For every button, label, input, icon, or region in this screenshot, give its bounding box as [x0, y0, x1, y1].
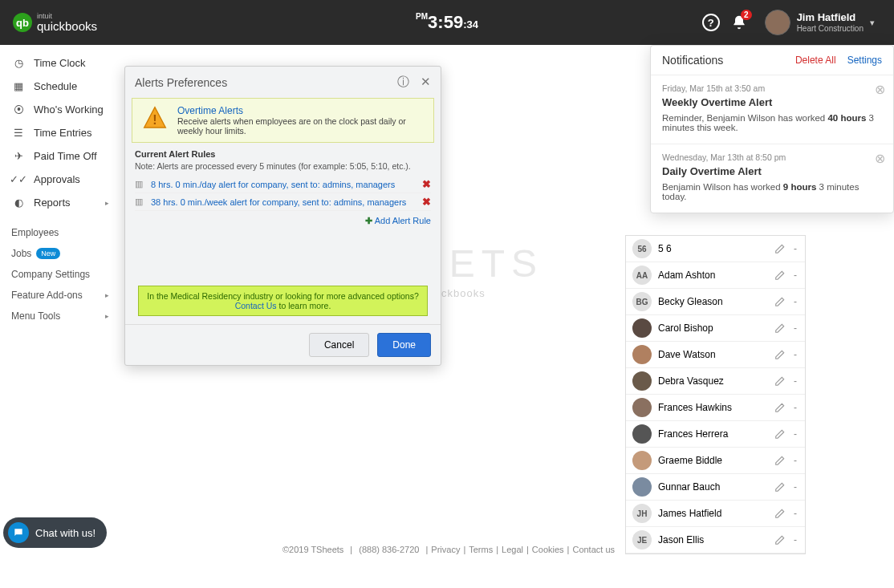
- employee-avatar-initials: BG: [632, 292, 652, 311]
- notifications-panel: Notifications Delete All Settings ⊗Frida…: [650, 45, 894, 213]
- sidebar-item-approvals[interactable]: ✓✓Approvals: [0, 168, 120, 191]
- qb-logo-icon: qb: [13, 13, 32, 32]
- alert-rule-link[interactable]: 38 hrs. 0 min./week alert for company, s…: [151, 197, 422, 207]
- notifications-heading: Notifications: [662, 54, 723, 67]
- user-menu[interactable]: Jim Hatfield Heart Construction ▾: [758, 6, 881, 39]
- footer-link-legal[interactable]: Legal: [502, 545, 523, 554]
- edit-employee-icon[interactable]: [774, 322, 786, 334]
- done-button[interactable]: Done: [377, 333, 431, 357]
- user-avatar-icon: [765, 10, 790, 35]
- notifications-bell-icon[interactable]: 2: [731, 14, 747, 30]
- medical-residency-callout: In the Medical Residency industry or loo…: [138, 286, 428, 316]
- banner-subtitle: Receive alerts when employees are on the…: [177, 116, 425, 136]
- employee-name[interactable]: Frances Hawkins: [658, 402, 768, 413]
- clock-icon: ◷: [11, 57, 26, 69]
- notification-settings-link[interactable]: Settings: [847, 55, 882, 66]
- cancel-button[interactable]: Cancel: [309, 333, 369, 357]
- top-bar: qb intuit quickbooks PM3:59:34 ? 2 Jim H…: [0, 0, 894, 45]
- delete-rule-icon[interactable]: ✖: [422, 196, 431, 208]
- employee-dash: -: [792, 296, 799, 307]
- employee-row: Gunnar Bauch-: [626, 474, 805, 501]
- alerts-preferences-modal: Alerts Preferences ⓘ ✕ ! Overtime Alerts…: [124, 66, 441, 366]
- edit-employee-icon[interactable]: [774, 508, 786, 519]
- alert-rule-link[interactable]: 8 hrs. 0 min./day alert for company, sen…: [151, 180, 422, 189]
- employee-row: JHJames Hatfield-: [626, 501, 805, 527]
- employee-name[interactable]: Carol Bishop: [658, 322, 768, 334]
- employee-list-panel: 565 6-AAAdam Ashton-BGBecky Gleason-Caro…: [625, 235, 806, 554]
- employee-name[interactable]: Becky Gleason: [658, 296, 768, 307]
- employee-avatar-photo: [632, 451, 652, 470]
- edit-employee-icon[interactable]: [774, 296, 786, 307]
- edit-employee-icon[interactable]: [774, 243, 786, 254]
- employee-name[interactable]: Adam Ashton: [658, 270, 768, 281]
- help-icon[interactable]: ?: [702, 14, 720, 31]
- add-alert-rule-link[interactable]: Add Alert Rule: [375, 216, 431, 225]
- dismiss-notification-icon[interactable]: ⊗: [875, 82, 885, 97]
- sidebar: ◷Time Clock▦Schedule⦿Who's Working☰Time …: [0, 45, 120, 333]
- sidebar-item-who-s-working[interactable]: ⦿Who's Working: [0, 98, 120, 121]
- modal-close-icon[interactable]: ✕: [421, 75, 431, 90]
- notification-date: Friday, Mar 15th at 3:50 am: [662, 83, 882, 93]
- chevron-down-icon: ▾: [870, 18, 875, 28]
- notification-title: Weekly Overtime Alert: [662, 96, 882, 108]
- employee-name[interactable]: Gunnar Bauch: [658, 481, 768, 493]
- footer-link-contact-us[interactable]: Contact us: [572, 545, 615, 554]
- banner-title-link[interactable]: Overtime Alerts: [177, 105, 425, 116]
- edit-employee-icon[interactable]: [774, 481, 786, 493]
- employee-row: Graeme Biddle-: [626, 448, 805, 474]
- footer-link-terms[interactable]: Terms: [469, 545, 493, 554]
- employee-dash: -: [792, 481, 799, 493]
- modal-title: Alerts Preferences: [135, 76, 227, 89]
- employee-dash: -: [792, 322, 799, 334]
- sidebar-group-jobs[interactable]: JobsNew: [0, 243, 120, 264]
- employee-row: Dave Watson-: [626, 342, 805, 368]
- edit-employee-icon[interactable]: [774, 349, 786, 360]
- plane-icon: ✈: [11, 150, 26, 162]
- edit-employee-icon[interactable]: [774, 270, 786, 281]
- employee-name[interactable]: Jason Ellis: [658, 534, 768, 545]
- sidebar-item-reports[interactable]: ◐Reports▸: [0, 191, 120, 214]
- chat-with-us-button[interactable]: Chat with us!: [3, 517, 107, 548]
- employee-name[interactable]: Frances Herrera: [658, 428, 768, 440]
- sidebar-group-feature-add-ons[interactable]: Feature Add-ons▸: [0, 285, 120, 306]
- footer-link-cookies[interactable]: Cookies: [532, 545, 564, 554]
- delete-rule-icon[interactable]: ✖: [422, 178, 431, 190]
- user-name: Jim Hatfield: [797, 11, 864, 24]
- pie-icon: ◐: [11, 197, 26, 209]
- edit-employee-icon[interactable]: [774, 534, 786, 545]
- sidebar-item-time-clock[interactable]: ◷Time Clock: [0, 51, 120, 75]
- employee-row: 565 6-: [626, 236, 805, 262]
- employee-name[interactable]: Graeme Biddle: [658, 455, 768, 466]
- edit-employee-icon[interactable]: [774, 455, 786, 466]
- employee-row: BGBecky Gleason-: [626, 289, 805, 315]
- alert-rule-row: ▥8 hrs. 0 min./day alert for company, se…: [135, 176, 431, 193]
- dismiss-notification-icon[interactable]: ⊗: [875, 151, 885, 166]
- edit-employee-icon[interactable]: [774, 428, 786, 440]
- contact-us-link[interactable]: Contact Us: [235, 301, 277, 310]
- sidebar-group-menu-tools[interactable]: Menu Tools▸: [0, 306, 120, 326]
- chevron-right-icon: ▸: [105, 312, 109, 320]
- chat-icon: [8, 522, 29, 543]
- employee-name[interactable]: Dave Watson: [658, 349, 768, 360]
- edit-employee-icon[interactable]: [774, 375, 786, 387]
- employee-row: Frances Herrera-: [626, 421, 805, 448]
- notification-count-badge: 2: [741, 10, 752, 20]
- sidebar-item-time-entries[interactable]: ☰Time Entries: [0, 121, 120, 144]
- notification-date: Wednesday, Mar 13th at 8:50 pm: [662, 152, 882, 162]
- modal-help-icon[interactable]: ⓘ: [397, 75, 409, 90]
- alert-rule-row: ▥38 hrs. 0 min./week alert for company, …: [135, 193, 431, 211]
- employee-avatar-photo: [632, 345, 652, 364]
- header-clock: PM3:59:34: [416, 12, 478, 33]
- sidebar-item-schedule[interactable]: ▦Schedule: [0, 75, 120, 98]
- svg-text:!: !: [152, 113, 156, 127]
- delete-all-link[interactable]: Delete All: [795, 55, 836, 66]
- footer-link-privacy[interactable]: Privacy: [431, 545, 460, 554]
- sidebar-group-company-settings[interactable]: Company Settings: [0, 264, 120, 285]
- sidebar-group-employees[interactable]: Employees: [0, 222, 120, 243]
- employee-name[interactable]: Debra Vasquez: [658, 375, 768, 387]
- edit-employee-icon[interactable]: [774, 402, 786, 413]
- employee-name[interactable]: 5 6: [658, 243, 768, 254]
- warning-triangle-icon: !: [140, 105, 169, 131]
- sidebar-item-paid-time-off[interactable]: ✈Paid Time Off: [0, 144, 120, 168]
- employee-name[interactable]: James Hatfield: [658, 508, 768, 519]
